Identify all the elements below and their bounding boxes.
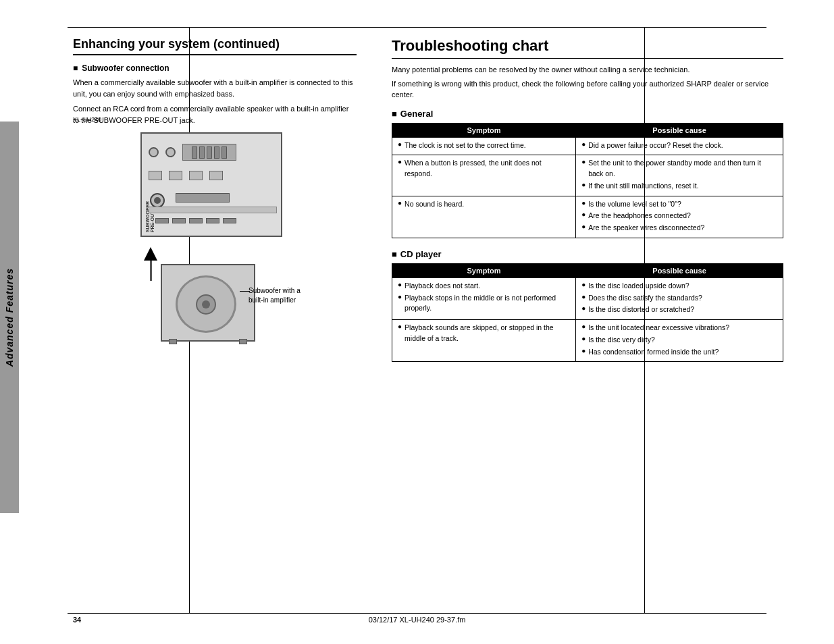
cd-section-title: CD player	[392, 249, 783, 259]
general-symptom-cell: ●The clock is not set to the correct tim…	[392, 137, 576, 155]
cd-table-row: ●Playback does not start.●Playback stops…	[392, 277, 783, 319]
cd-cause-bullet: ●Is the disc very dirty?	[581, 335, 777, 346]
general-table-row: ●No sound is heard.●Is the volume level …	[392, 196, 783, 238]
symptom-bullet: ●The clock is not set to the correct tim…	[398, 140, 570, 151]
left-section-title: Enhancing your system (continued)	[73, 37, 357, 55]
cd-cause-cell: ●Is the disc loaded upside down?●Does th…	[576, 277, 783, 319]
symptom-bullet: ●No sound is heard.	[398, 199, 570, 210]
general-cause-cell: ●Is the volume level set to "0"?●Are the…	[576, 196, 783, 238]
cd-cause-bullet: ●Is the disc distorted or scratched?	[581, 304, 777, 315]
bottom-conn-1	[149, 171, 162, 180]
intro-text-1: Many potential problems can be resolved …	[392, 64, 783, 76]
panel-label: SUBWOOFERPRE-OUT	[145, 201, 155, 232]
cd-symptom-cell: ●Playback sounds are skipped, or stopped…	[392, 320, 576, 362]
general-cause-cell: ●Did a power failure occur? Reset the cl…	[576, 137, 783, 155]
general-symptom-cell: ●No sound is heard.	[392, 196, 576, 238]
general-table: Symptom Possible cause ●The clock is not…	[392, 123, 783, 238]
bottom-conn-3	[189, 171, 203, 180]
right-column: Troubleshooting chart Many potential pro…	[392, 37, 783, 373]
footer: 03/12/17 XL-UH240 29-37.fm	[369, 616, 466, 624]
body-text-1: When a commercially available subwoofer …	[73, 77, 357, 99]
troubleshooting-title: Troubleshooting chart	[392, 37, 783, 59]
subwoofer-diagram-area: SUBWOOFERPRE-OUT	[73, 132, 357, 348]
label-line	[240, 291, 250, 292]
connector-2	[165, 147, 176, 157]
foot-1	[169, 339, 177, 344]
cd-symptom-bullet: ●Playback sounds are skipped, or stopped…	[398, 323, 570, 344]
bottom-conn-2	[169, 171, 182, 180]
page-number: 34	[73, 616, 81, 624]
cause-bullet: ●Are the speaker wires disconnected?	[581, 223, 777, 234]
bar-conn	[176, 193, 230, 203]
general-symptom-header: Symptom	[392, 123, 576, 137]
subwoofer-diagram: SUBWOOFERPRE-OUT	[120, 132, 309, 348]
back-panel: SUBWOOFERPRE-OUT	[140, 132, 282, 237]
connector-1	[149, 147, 159, 157]
cd-cause-bullet: ●Is the unit located near excessive vibr…	[581, 323, 777, 333]
cause-bullet: ●Are the headphones connected?	[581, 211, 777, 221]
bottom-bar	[149, 207, 277, 213]
bottom-conn-4	[209, 171, 223, 180]
cause-bullet: ●Is the volume level set to "0"?	[581, 199, 777, 210]
page-container: Advanced Features XL-UH240 Enhancing you…	[0, 0, 834, 644]
cd-section: CD player Symptom Possible cause ●Playba…	[392, 249, 783, 363]
general-cause-cell: ●Set the unit to the power standby mode …	[576, 155, 783, 196]
speaker-dust-cap	[202, 300, 210, 308]
cd-cause-header: Possible cause	[576, 263, 783, 277]
general-cause-header: Possible cause	[576, 123, 783, 137]
general-symptom-cell: ●When a button is pressed, the unit does…	[392, 155, 576, 196]
bottom-border	[68, 613, 766, 614]
left-column: Enhancing your system (continued) Subwoo…	[73, 37, 363, 355]
subwoofer-subtitle-text: Subwoofer connection	[82, 63, 169, 73]
cd-cause-bullet: ●Has condensation formed inside the unit…	[581, 347, 777, 358]
subwoofer-subtitle: Subwoofer connection	[73, 63, 357, 73]
cd-symptom-bullet: ●Playback does not start.	[398, 281, 570, 292]
foot-2	[239, 339, 247, 344]
connector-line	[150, 261, 152, 281]
cd-table: Symptom Possible cause ●Playback does no…	[392, 263, 783, 363]
cd-cause-cell: ●Is the unit located near excessive vibr…	[576, 320, 783, 362]
top-border	[68, 27, 766, 28]
body-text-2: Connect an RCA cord from a commercially …	[73, 103, 357, 126]
cd-cause-bullet: ●Is the disc loaded upside down?	[581, 281, 777, 292]
subwoofer-label: Subwoofer with a built-in amplifier	[249, 286, 309, 305]
terminal-block	[182, 144, 236, 161]
cd-symptom-header: Symptom	[392, 263, 576, 277]
speaker-box	[161, 264, 255, 342]
arrow-up	[144, 247, 157, 261]
general-table-row: ●When a button is pressed, the unit does…	[392, 155, 783, 196]
cause-bullet: ●Did a power failure occur? Reset the cl…	[581, 140, 777, 151]
cd-symptom-bullet: ●Playback stops in the middle or is not …	[398, 293, 570, 315]
speaker-center	[196, 294, 216, 315]
cause-bullet: ●If the unit still malfunctions, reset i…	[581, 181, 777, 192]
general-section-title: General	[392, 109, 783, 119]
cd-cause-bullet: ●Does the disc satisfy the standards?	[581, 293, 777, 304]
cd-table-row: ●Playback sounds are skipped, or stopped…	[392, 320, 783, 362]
side-tab: Advanced Features	[0, 122, 19, 513]
speaker-cone	[176, 275, 236, 333]
arrow-container	[144, 247, 157, 281]
symptom-bullet: ●When a button is pressed, the unit does…	[398, 158, 570, 180]
general-table-row: ●The clock is not set to the correct tim…	[392, 137, 783, 155]
bottom-connectors	[155, 218, 270, 223]
intro-text-2: If something is wrong with this product,…	[392, 78, 783, 101]
cause-bullet: ●Set the unit to the power standby mode …	[581, 158, 777, 180]
side-tab-label: Advanced Features	[4, 268, 15, 367]
cd-symptom-cell: ●Playback does not start.●Playback stops…	[392, 277, 576, 319]
general-section: General Symptom Possible cause ●The cloc…	[392, 109, 783, 238]
